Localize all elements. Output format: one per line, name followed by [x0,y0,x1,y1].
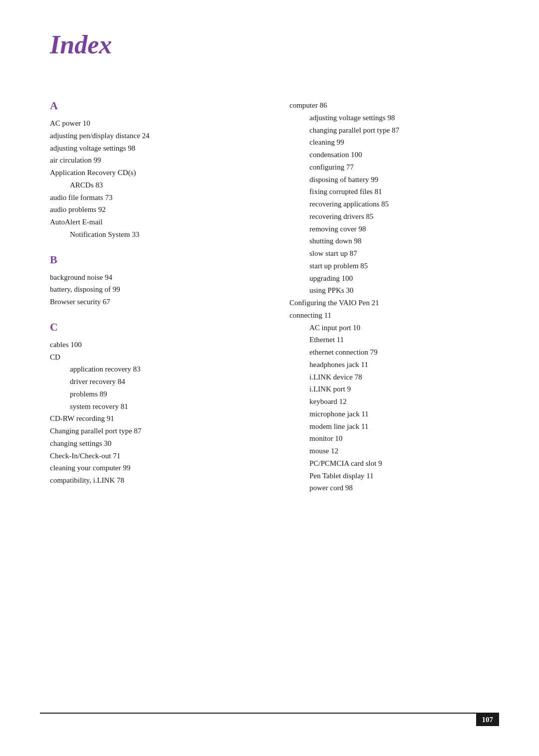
list-item: battery, disposing of 99 [50,283,270,296]
list-item: cleaning your computer 99 [50,462,270,474]
list-item: audio file formats 73 [50,191,270,204]
list-item: AC power 10 [50,117,270,130]
list-item: adjusting pen/display distance 24 [50,130,270,142]
section-c: C cables 100 CD application recovery 83 … [50,321,270,487]
left-column: A AC power 10 adjusting pen/display dist… [50,99,289,499]
list-item: headphones jack 11 [289,359,499,371]
list-item: slow start up 87 [289,247,499,260]
list-item: upgrading 100 [289,272,499,285]
footer-bar: 107 [40,714,499,726]
list-item: disposing of battery 99 [289,174,499,186]
section-a: A AC power 10 adjusting pen/display dist… [50,99,270,241]
list-item: Check-In/Check-out 71 [50,450,270,462]
content-wrapper: A AC power 10 adjusting pen/display dist… [50,99,499,499]
list-item: monitor 10 [289,432,499,445]
list-item: cleaning 99 [289,136,499,149]
list-item: cables 100 [50,339,270,351]
list-item: microphone jack 11 [289,408,499,420]
list-item: modem line jack 11 [289,420,499,433]
list-item: i.LINK device 78 [289,371,499,383]
list-item: ARCDs 83 [50,179,270,191]
list-item: Notification System 33 [50,228,270,241]
list-item: ethernet connection 79 [289,346,499,359]
list-item: recovering drivers 85 [289,210,499,223]
section-letter-b: B [50,253,270,266]
list-item: CD [50,351,270,364]
list-item: adjusting voltage settings 98 [289,112,499,124]
list-item: Ethernet 11 [289,334,499,346]
list-item: CD-RW recording 91 [50,412,270,425]
list-item: mouse 12 [289,445,499,457]
list-item: audio problems 92 [50,203,270,216]
list-item: Application Recovery CD(s) [50,167,270,179]
list-item: condensation 100 [289,149,499,161]
section-letter-c: C [50,321,270,334]
list-item: keyboard 12 [289,395,499,408]
list-item: system recovery 81 [50,400,270,413]
section-letter-a: A [50,99,270,112]
list-item: power cord 98 [289,482,499,494]
list-item: Pen Tablet display 11 [289,470,499,482]
list-item: air circulation 99 [50,154,270,167]
list-item: start up problem 85 [289,260,499,272]
list-item: changing parallel port type 87 [289,124,499,137]
list-item: AC input port 10 [289,322,499,334]
list-item: using PPKs 30 [289,284,499,297]
right-column: computer 86 adjusting voltage settings 9… [289,99,499,494]
list-item: adjusting voltage settings 98 [50,142,270,155]
list-item: changing settings 30 [50,437,270,450]
list-item: connecting 11 [289,309,499,322]
list-item: AutoAlert E-mail [50,216,270,228]
page-title: Index [50,30,499,59]
list-item: shutting down 98 [289,235,499,247]
list-item: fixing corrupted files 81 [289,186,499,198]
section-c-continued: computer 86 adjusting voltage settings 9… [289,99,499,494]
list-item: recovering applications 85 [289,198,499,210]
list-item: problems 89 [50,388,270,400]
section-b: B background noise 94 battery, disposing… [50,253,270,308]
list-item: Changing parallel port type 87 [50,425,270,437]
list-item: computer 86 [289,99,499,112]
list-item: compatibility, i.LINK 78 [50,474,270,487]
list-item: application recovery 83 [50,363,270,376]
list-item: driver recovery 84 [50,376,270,388]
list-item: configuring 77 [289,161,499,174]
page-number: 107 [476,714,500,726]
list-item: Browser security 67 [50,296,270,308]
list-item: background noise 94 [50,271,270,284]
list-item: Configuring the VAIO Pen 21 [289,297,499,309]
list-item: removing cover 98 [289,223,499,235]
list-item: PC/PCMCIA card slot 9 [289,457,499,470]
list-item: i.LINK port 9 [289,383,499,395]
